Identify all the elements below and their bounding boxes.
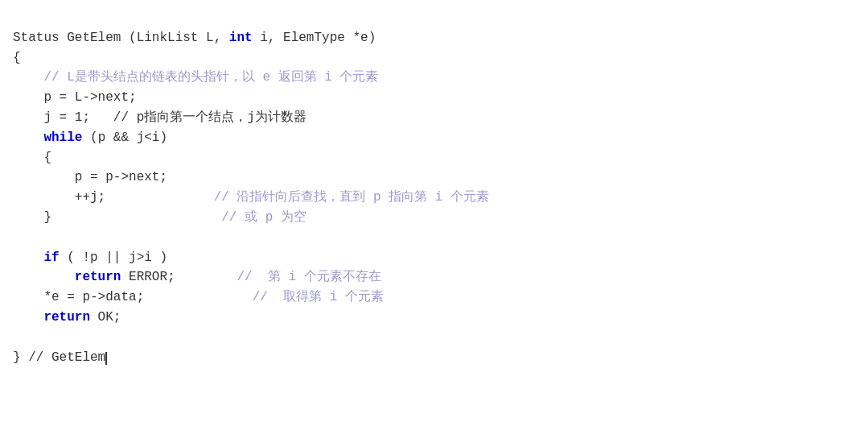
code-text: i, ElemType *e)	[253, 31, 376, 45]
comment: // 取得第 i 个元素	[253, 290, 384, 304]
code-line: p = L->next;	[13, 88, 855, 108]
code-text: p = L->next;	[13, 90, 137, 105]
code-line: Status GetElem (LinkList L, int i, ElemT…	[13, 28, 855, 48]
code-text: ( !p || j>i )	[60, 250, 167, 265]
code-text	[13, 270, 75, 284]
code-line: {	[13, 148, 855, 168]
code-line: {	[13, 48, 855, 68]
code-text: ERROR;	[121, 270, 237, 284]
comment: // 第 i 个元素不存在	[237, 270, 381, 284]
code-line: j = 1; // p指向第一个结点，j为计数器	[13, 108, 855, 128]
code-text	[13, 310, 43, 325]
code-line: ++j; // 沿指针向后查找，直到 p 指向第 i 个元素	[13, 188, 855, 208]
comment: // 沿指针向后查找，直到 p 指向第 i 个元素	[214, 190, 489, 205]
code-text: j = 1; // p指向第一个结点，j为计数器	[13, 110, 306, 125]
code-line: } // GetElem	[13, 348, 855, 368]
code-text: *e = p->data;	[13, 290, 253, 304]
keyword: if	[43, 250, 59, 265]
code-line: } // 或 p 为空	[13, 208, 855, 228]
code-editor[interactable]: Status GetElem (LinkList L, int i, ElemT…	[13, 8, 855, 367]
comment: // 或 p 为空	[221, 210, 306, 225]
code-line: while (p && j<i)	[13, 128, 855, 148]
code-line	[13, 328, 855, 348]
code-text: (p && j<i)	[82, 130, 167, 145]
code-text: }	[13, 210, 221, 225]
code-line: return ERROR; // 第 i 个元素不存在	[13, 267, 855, 287]
code-line: if ( !p || j>i )	[13, 248, 855, 268]
code-text: Status GetElem (LinkList L,	[13, 31, 229, 45]
code-text: ++j;	[13, 190, 214, 205]
code-text	[13, 250, 43, 265]
code-line: *e = p->data; // 取得第 i 个元素	[13, 287, 855, 308]
comment: // L是带头结点的链表的头指针，以 e 返回第 i 个元素	[13, 70, 378, 85]
code-line: return OK;	[13, 308, 855, 328]
code-text	[13, 130, 43, 145]
keyword: return	[75, 270, 121, 284]
code-text: {	[13, 151, 51, 165]
code-text: OK;	[90, 310, 121, 325]
code-line	[13, 228, 855, 248]
text-cursor	[105, 352, 107, 365]
code-text: {	[13, 51, 21, 65]
keyword: int	[229, 31, 253, 45]
code-line: p = p->next;	[13, 168, 855, 188]
code-text: p = p->next;	[13, 170, 167, 184]
keyword: return	[43, 310, 90, 325]
code-line: // L是带头结点的链表的头指针，以 e 返回第 i 个元素	[13, 68, 855, 88]
keyword: while	[43, 130, 82, 145]
code-text: } // GetElem	[13, 350, 105, 365]
